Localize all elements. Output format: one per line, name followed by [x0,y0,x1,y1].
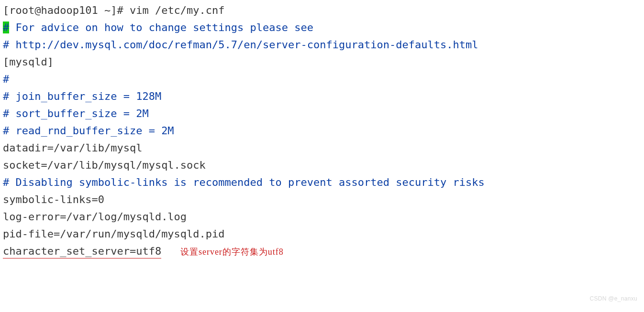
comment-join-buffer: # join_buffer_size = 128M [3,88,641,105]
comment-symbolic-links: # Disabling symbolic-links is recommende… [3,174,641,191]
annotation-text: 设置server的字符集为utf8 [180,247,284,257]
shell-command: vim /etc/my.cnf [130,4,225,16]
config-character-set-line: character_set_server=utf8 设置server的字符集为u… [3,243,641,260]
config-section-mysqld: [mysqld] [3,54,641,71]
comment-read-rnd-buffer: # read_rnd_buffer_size = 2M [3,122,641,140]
shell-prompt-line: [root@hadoop101 ~]# vim /etc/my.cnf [3,2,641,19]
terminal-viewport[interactable]: [root@hadoop101 ~]# vim /etc/my.cnf # Fo… [0,0,644,262]
shell-prompt: [root@hadoop101 ~]# [3,4,130,16]
vim-cursor: # [3,22,9,33]
csdn-watermark: CSDN @e_nanxu [590,290,637,307]
config-character-set: character_set_server=utf8 [3,245,161,258]
comment-sort-buffer: # sort_buffer_size = 2M [3,105,641,122]
config-socket: socket=/var/lib/mysql/mysql.sock [3,157,641,174]
comment-hash: # [3,71,641,88]
comment-text: For advice on how to change settings ple… [9,22,313,33]
config-log-error: log-error=/var/log/mysqld.log [3,208,641,226]
comment-advice-2: # http://dev.mysql.com/doc/refman/5.7/en… [3,36,641,54]
comment-advice-1: # For advice on how to change settings p… [3,19,641,36]
config-symbolic-links: symbolic-links=0 [3,191,641,208]
config-datadir: datadir=/var/lib/mysql [3,140,641,157]
config-pid-file: pid-file=/var/run/mysqld/mysqld.pid [3,226,641,243]
